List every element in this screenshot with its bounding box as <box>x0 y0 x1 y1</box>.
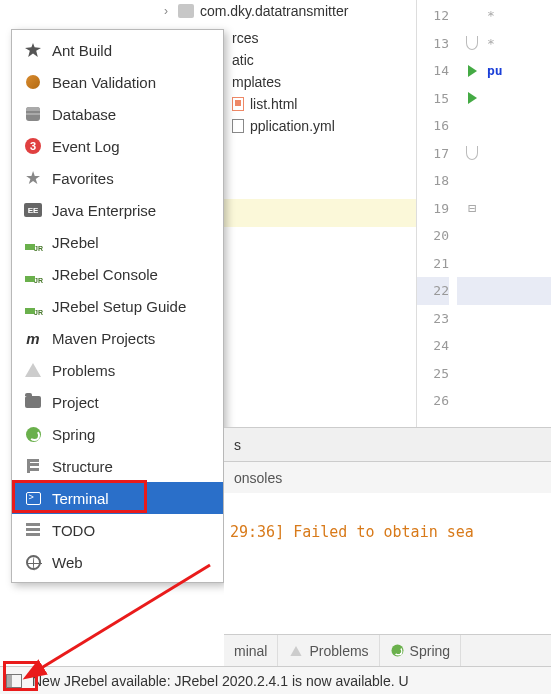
html-file-icon <box>232 97 244 111</box>
tree-folder-row[interactable]: atic <box>224 49 335 71</box>
database-icon <box>26 107 40 121</box>
shield-icon <box>466 36 478 50</box>
line-numbers: 12 13 14 15 16 17 18 19 20 21 22 23 24 2… <box>417 0 457 455</box>
tree-folder-row[interactable]: mplates <box>224 71 335 93</box>
warning-icon <box>291 646 302 656</box>
status-text: New JRebel available: JRebel 2020.2.4.1 … <box>32 673 409 689</box>
menu-item-structure[interactable]: Structure <box>12 450 223 482</box>
toolbtn-terminal[interactable]: minal <box>224 635 278 666</box>
toolbtn-problems[interactable]: Problems <box>278 635 379 666</box>
package-icon <box>178 4 194 18</box>
menu-item-maven[interactable]: m Maven Projects <box>12 322 223 354</box>
console-output[interactable]: 29:36] Failed to obtain sea <box>224 493 551 623</box>
editor-footer-strip: s <box>224 427 551 461</box>
menu-item-database[interactable]: Database <box>12 98 223 130</box>
toolbtn-spring[interactable]: Spring <box>380 635 461 666</box>
bean-icon <box>26 75 40 89</box>
menu-item-project[interactable]: Project <box>12 386 223 418</box>
chevron-right-icon: › <box>160 4 172 18</box>
shield-icon <box>466 146 478 160</box>
menu-item-terminal[interactable]: Terminal <box>12 482 223 514</box>
menu-item-todo[interactable]: TODO <box>12 514 223 546</box>
collapse-marker-icon[interactable]: ⊟ <box>468 200 476 216</box>
menu-item-problems[interactable]: Problems <box>12 354 223 386</box>
menu-item-web[interactable]: Web <box>12 546 223 578</box>
event-log-icon: 3 <box>25 138 41 154</box>
warning-icon <box>25 363 41 377</box>
menu-item-jrebel[interactable]: JRebel <box>12 226 223 258</box>
ant-icon <box>25 43 41 57</box>
editor-gutter: 12 13 14 15 16 17 18 19 20 21 22 23 24 2… <box>416 0 551 455</box>
tool-window-menu: Ant Build Bean Validation Database 3 Eve… <box>11 29 224 583</box>
tree-package-label: com.dky.datatransmitter <box>200 3 348 19</box>
tree-file-row[interactable]: list.html <box>224 93 335 115</box>
yml-file-icon <box>232 119 244 133</box>
console-tabbar[interactable]: onsoles <box>224 461 551 493</box>
java-ee-icon: EE <box>24 203 42 217</box>
tree-file-row[interactable]: pplication.yml <box>224 115 335 137</box>
maven-icon: m <box>24 329 42 347</box>
menu-item-bean-validation[interactable]: Bean Validation <box>12 66 223 98</box>
gutter-icons: ⊟ <box>457 0 487 455</box>
menu-item-favorites[interactable]: ★ Favorites <box>12 162 223 194</box>
menu-item-spring[interactable]: Spring <box>12 418 223 450</box>
tree-folder-row[interactable]: rces <box>224 27 335 49</box>
run-icon[interactable] <box>468 65 477 77</box>
run-icon[interactable] <box>468 92 477 104</box>
menu-item-event-log[interactable]: 3 Event Log <box>12 130 223 162</box>
spring-icon <box>391 645 403 657</box>
menu-item-ant-build[interactable]: Ant Build <box>12 34 223 66</box>
code-snippet[interactable]: * * pu <box>487 0 551 455</box>
jrebel-icon <box>25 266 41 282</box>
structure-icon <box>26 459 40 473</box>
menu-item-java-enterprise[interactable]: EE Java Enterprise <box>12 194 223 226</box>
menu-item-jrebel-setup[interactable]: JRebel Setup Guide <box>12 290 223 322</box>
status-bar: New JRebel available: JRebel 2020.2.4.1 … <box>0 666 551 694</box>
web-icon <box>26 555 41 570</box>
jrebel-icon <box>25 298 41 314</box>
highlight-strip <box>218 199 416 227</box>
tool-window-toggle-icon[interactable] <box>6 674 22 688</box>
jrebel-icon <box>25 234 41 250</box>
star-icon: ★ <box>24 169 42 187</box>
terminal-icon <box>26 492 41 505</box>
todo-icon <box>26 523 40 537</box>
folder-icon <box>25 396 41 408</box>
menu-item-jrebel-console[interactable]: JRebel Console <box>12 258 223 290</box>
bottom-tool-bar: minal Problems Spring <box>224 634 551 666</box>
spring-icon <box>26 427 41 442</box>
